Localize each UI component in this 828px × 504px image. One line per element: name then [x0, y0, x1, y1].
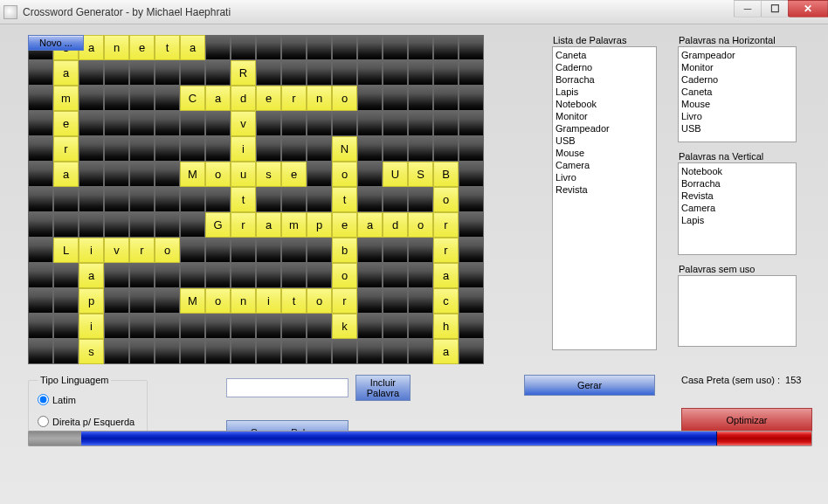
grid-cell-black[interactable]	[104, 263, 129, 288]
grid-cell-black[interactable]	[104, 60, 129, 86]
grid-cell-black[interactable]	[256, 187, 281, 212]
list-item[interactable]: Borracha	[555, 73, 653, 86]
grid-cell-filled[interactable]: v	[231, 111, 256, 136]
grid-cell-black[interactable]	[104, 339, 129, 364]
grid-cell-black[interactable]	[155, 314, 180, 339]
grid-cell-filled[interactable]: r	[332, 288, 357, 314]
grid-cell-black[interactable]	[357, 238, 383, 263]
grid-cell-black[interactable]	[53, 263, 79, 288]
grid-cell-black[interactable]	[205, 339, 231, 364]
grid-cell-black[interactable]	[383, 60, 408, 86]
grid-cell-black[interactable]	[459, 263, 484, 288]
grid-cell-black[interactable]	[205, 111, 231, 136]
maximize-button[interactable]: ☐	[761, 0, 789, 17]
grid-cell-black[interactable]	[28, 263, 53, 288]
grid-cell-filled[interactable]: a	[53, 60, 79, 86]
grid-cell-black[interactable]	[180, 111, 205, 136]
list-item[interactable]: Notebook	[555, 98, 653, 110]
grid-cell-black[interactable]	[459, 162, 484, 187]
novo-button[interactable]: Novo ...	[28, 35, 84, 51]
grid-cell-black[interactable]	[205, 35, 231, 60]
grid-cell-filled[interactable]: o	[332, 162, 357, 187]
grid-cell-black[interactable]	[155, 263, 180, 288]
grid-cell-black[interactable]	[104, 111, 129, 136]
grid-cell-black[interactable]	[357, 136, 383, 162]
grid-cell-black[interactable]	[307, 187, 332, 212]
radio-latim[interactable]	[38, 394, 49, 405]
grid-cell-black[interactable]	[383, 314, 408, 339]
grid-cell-black[interactable]	[459, 238, 484, 263]
grid-cell-black[interactable]	[307, 314, 332, 339]
grid-cell-black[interactable]	[180, 314, 205, 339]
grid-cell-black[interactable]	[256, 339, 281, 364]
list-item[interactable]: Revista	[681, 190, 793, 202]
grid-cell-black[interactable]	[459, 339, 484, 364]
grid-cell-black[interactable]	[256, 111, 281, 136]
grid-cell-filled[interactable]: C	[180, 86, 205, 111]
grid-cell-black[interactable]	[180, 263, 205, 288]
list-item[interactable]: Revista	[555, 183, 653, 196]
close-button[interactable]: ✕	[788, 0, 828, 17]
grid-cell-black[interactable]	[28, 111, 53, 136]
list-item[interactable]: Caneta	[555, 49, 653, 61]
grid-cell-black[interactable]	[28, 339, 53, 364]
grid-cell-black[interactable]	[53, 288, 79, 314]
grid-cell-filled[interactable]: r	[281, 86, 307, 111]
grid-cell-filled[interactable]: h	[433, 314, 459, 339]
grid-cell-black[interactable]	[433, 60, 459, 86]
grid-cell-black[interactable]	[357, 111, 383, 136]
grid-cell-black[interactable]	[383, 111, 408, 136]
grid-cell-filled[interactable]: o	[332, 263, 357, 288]
grid-cell-filled[interactable]: b	[332, 238, 357, 263]
grid-cell-black[interactable]	[28, 238, 53, 263]
grid-cell-black[interactable]	[231, 314, 256, 339]
grid-cell-filled[interactable]: i	[231, 136, 256, 162]
grid-cell-black[interactable]	[28, 288, 53, 314]
grid-cell-filled[interactable]: o	[332, 86, 357, 111]
grid-cell-filled[interactable]: a	[433, 339, 459, 364]
grid-cell-filled[interactable]: s	[79, 339, 104, 364]
list-item[interactable]: USB	[681, 122, 793, 135]
grid-cell-black[interactable]	[383, 187, 408, 212]
grid-cell-filled[interactable]: u	[231, 162, 256, 187]
grid-cell-filled[interactable]: o	[155, 238, 180, 263]
word-input[interactable]	[226, 378, 348, 397]
grid-cell-black[interactable]	[129, 339, 155, 364]
grid-cell-black[interactable]	[129, 136, 155, 162]
grid-cell-black[interactable]	[79, 187, 104, 212]
grid-cell-black[interactable]	[28, 60, 53, 86]
grid-cell-black[interactable]	[408, 339, 433, 364]
grid-cell-filled[interactable]: v	[104, 238, 129, 263]
grid-cell-black[interactable]	[205, 238, 231, 263]
grid-cell-black[interactable]	[104, 314, 129, 339]
grid-cell-black[interactable]	[383, 238, 408, 263]
grid-cell-black[interactable]	[155, 136, 180, 162]
grid-cell-black[interactable]	[28, 187, 53, 212]
grid-cell-filled[interactable]: r	[433, 238, 459, 263]
grid-cell-filled[interactable]: N	[332, 136, 357, 162]
grid-cell-black[interactable]	[205, 263, 231, 288]
grid-cell-filled[interactable]: t	[281, 288, 307, 314]
grid-cell-filled[interactable]: p	[79, 288, 104, 314]
grid-cell-black[interactable]	[205, 187, 231, 212]
grid-cell-black[interactable]	[129, 288, 155, 314]
grid-cell-filled[interactable]: r	[231, 212, 256, 238]
optimizar-button[interactable]: Optimizar	[681, 408, 812, 432]
grid-cell-black[interactable]	[129, 162, 155, 187]
grid-cell-black[interactable]	[281, 60, 307, 86]
grid-cell-black[interactable]	[433, 136, 459, 162]
grid-cell-black[interactable]	[281, 136, 307, 162]
grid-cell-black[interactable]	[53, 187, 79, 212]
grid-cell-filled[interactable]: M	[180, 288, 205, 314]
grid-cell-black[interactable]	[281, 263, 307, 288]
grid-cell-black[interactable]	[281, 35, 307, 60]
grid-cell-black[interactable]	[383, 339, 408, 364]
grid-cell-filled[interactable]: a	[256, 212, 281, 238]
grid-cell-black[interactable]	[104, 162, 129, 187]
grid-cell-black[interactable]	[129, 314, 155, 339]
grid-cell-filled[interactable]: r	[433, 212, 459, 238]
grid-cell-black[interactable]	[383, 263, 408, 288]
grid-cell-black[interactable]	[205, 314, 231, 339]
grid-cell-black[interactable]	[459, 60, 484, 86]
grid-cell-black[interactable]	[180, 339, 205, 364]
